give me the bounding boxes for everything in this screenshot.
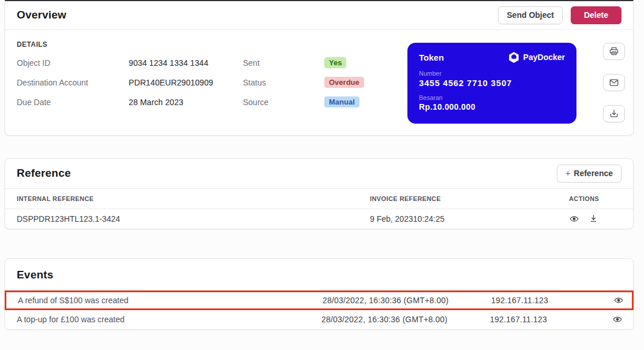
column-invoice-reference: INVOICE REFERENCE bbox=[370, 195, 569, 202]
reference-title: Reference bbox=[17, 167, 71, 180]
token-card-top: Token PayDocker bbox=[419, 51, 565, 64]
event-ip-address: 192.167.11.123 bbox=[490, 315, 612, 324]
overview-title: Overview bbox=[17, 9, 66, 21]
field-label-object-id: Object ID bbox=[17, 58, 129, 68]
invoice-reference-value: 9 Feb, 202310:24:25 bbox=[370, 214, 569, 224]
field-value-destination-account: PDR140EUR29010909 bbox=[129, 78, 243, 87]
status-label-source: Source bbox=[243, 98, 324, 107]
token-card-title: Token bbox=[419, 53, 444, 62]
status-badge-manual: Manual bbox=[324, 96, 360, 107]
token-card: Token PayDocker Number 3455 4562 7710 35… bbox=[407, 43, 576, 124]
events-header: Events bbox=[5, 259, 633, 291]
overview-header-actions: Send Object Delete bbox=[498, 6, 621, 24]
reference-card: Reference +Reference INTERNAL REFERENCE … bbox=[5, 158, 634, 229]
token-number-label: Number bbox=[419, 70, 565, 77]
status-badge-sent: Yes bbox=[324, 57, 346, 68]
mail-icon bbox=[608, 77, 620, 88]
token-number-value: 3455 4562 7710 3507 bbox=[419, 78, 565, 88]
event-row-topup[interactable]: A top-up for £100 was created 28/03/2022… bbox=[5, 310, 633, 329]
plus-icon: + bbox=[566, 169, 570, 178]
event-row-refund[interactable]: A refund of S$100 was created 28/03/2022… bbox=[5, 291, 634, 310]
download-reference-icon[interactable] bbox=[589, 214, 598, 224]
events-title: Events bbox=[17, 269, 621, 281]
add-reference-label: Reference bbox=[574, 169, 613, 178]
status-badge-status-wrap: Overdue bbox=[324, 77, 407, 88]
view-event-eye-icon[interactable] bbox=[612, 314, 623, 325]
event-message: A top-up for £100 was created bbox=[17, 315, 321, 324]
column-internal-reference: INTERNAL REFERENCE bbox=[17, 195, 370, 202]
paydocker-brand-label: PayDocker bbox=[523, 53, 565, 62]
reference-table-row: DSPPDR123HTL123.1-3424 9 Feb, 202310:24:… bbox=[5, 209, 633, 229]
field-label-destination-account: Destination Account bbox=[17, 78, 129, 87]
print-button[interactable] bbox=[603, 43, 625, 60]
overview-card: Overview Send Object Delete DETAILS Obje… bbox=[5, 0, 634, 136]
add-reference-button[interactable]: +Reference bbox=[557, 165, 621, 183]
send-object-button[interactable]: Send Object bbox=[498, 6, 563, 24]
token-amount-label: Besaran bbox=[419, 94, 565, 101]
paydocker-logo-icon bbox=[508, 51, 520, 64]
download-icon bbox=[608, 108, 620, 120]
reference-table-header: INTERNAL REFERENCE INVOICE REFERENCE ACT… bbox=[5, 189, 633, 209]
internal-reference-value: DSPPDR123HTL123.1-3424 bbox=[17, 214, 370, 224]
event-message: A refund of S$100 was created bbox=[18, 296, 323, 305]
delete-button[interactable]: Delete bbox=[571, 6, 621, 24]
overview-header: Overview Send Object Delete bbox=[5, 1, 633, 30]
reference-row-actions bbox=[569, 214, 621, 224]
status-badge-overdue: Overdue bbox=[324, 77, 364, 88]
details-block: DETAILS Object ID 9034 1234 1334 1344 Se… bbox=[17, 38, 407, 112]
events-card: Events A refund of S$100 was created 28/… bbox=[5, 258, 634, 330]
view-event-eye-icon[interactable] bbox=[613, 295, 624, 306]
overview-body: DETAILS Object ID 9034 1234 1334 1344 Se… bbox=[5, 30, 633, 135]
status-badge-sent-wrap: Yes bbox=[324, 57, 407, 68]
email-button[interactable] bbox=[603, 74, 625, 91]
details-grid: Object ID 9034 1234 1334 1344 Sent Yes D… bbox=[17, 53, 407, 112]
status-label-status: Status bbox=[243, 78, 324, 87]
event-ip-address: 192.167.11.123 bbox=[491, 296, 613, 305]
reference-header: Reference +Reference bbox=[5, 159, 633, 189]
field-value-due-date: 28 March 2023 bbox=[129, 98, 243, 107]
download-button[interactable] bbox=[603, 105, 625, 122]
field-label-due-date: Due Date bbox=[17, 98, 129, 107]
view-reference-eye-icon[interactable] bbox=[569, 214, 579, 224]
field-value-object-id: 9034 1234 1334 1344 bbox=[129, 58, 243, 68]
status-label-sent: Sent bbox=[243, 58, 324, 68]
status-badge-source-wrap: Manual bbox=[324, 96, 407, 107]
event-timestamp: 28/03/2022, 16:30:36 (GMT+8.00) bbox=[323, 296, 491, 305]
column-actions: ACTIONS bbox=[569, 195, 621, 202]
event-timestamp: 28/03/2022, 16:30:36 (GMT+8.00) bbox=[321, 315, 490, 324]
token-amount-value: Rp.10.000.000 bbox=[419, 102, 565, 111]
overview-side-icons bbox=[603, 43, 625, 122]
printer-icon bbox=[608, 46, 620, 57]
paydocker-brand: PayDocker bbox=[508, 51, 565, 64]
details-heading: DETAILS bbox=[17, 40, 407, 49]
